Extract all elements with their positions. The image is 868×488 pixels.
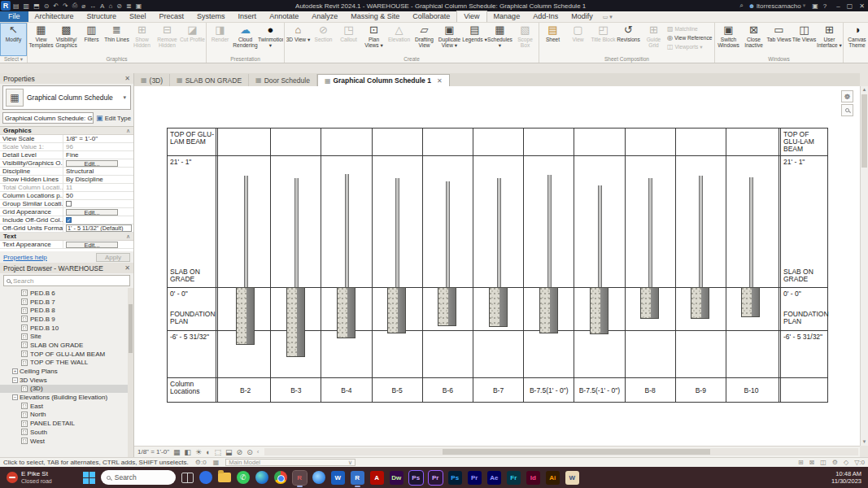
browser-item-ped-b-10[interactable]: PED.B 10: [0, 324, 133, 333]
ribbon-button-legends[interactable]: ▤Legends ▾: [462, 24, 487, 55]
browser-search-input[interactable]: Search: [3, 275, 130, 286]
ribbon-button-close-inactive[interactable]: ⊠Close Inactive: [741, 24, 766, 55]
ribbon-button-revisions[interactable]: ↺Revisions: [616, 24, 641, 55]
edit-type-button[interactable]: ▣ Edit Type: [96, 114, 131, 122]
browser-item-ped-b-7[interactable]: PED.B 7: [0, 298, 133, 307]
ribbon-button-cloud-rendering[interactable]: ☁Cloud Rendering ▾: [233, 24, 258, 55]
close-browser-icon[interactable]: ✕: [124, 264, 130, 272]
value-field[interactable]: 1' - 5 11/32" (Default): [66, 224, 132, 232]
taskbar-app-revit[interactable]: R: [351, 471, 364, 485]
browser-item-ped-b-8[interactable]: PED.B 8: [0, 306, 133, 315]
close-button[interactable]: ✕: [859, 2, 865, 10]
ribbon-button-switch-windows[interactable]: ▣Switch Windows ▾: [716, 24, 741, 55]
taskbar-app-word[interactable]: W: [331, 471, 345, 485]
ribbon-button-duplicate-view[interactable]: ▣Duplicate View ▾: [437, 24, 462, 55]
browser-item-3d-views[interactable]: −3D Views: [0, 376, 133, 385]
ribbon-tab-massing-site[interactable]: Massing & Site: [344, 11, 406, 22]
browser-item-site[interactable]: Site: [0, 332, 133, 341]
scroll-up-icon[interactable]: ▲: [861, 86, 868, 94]
ribbon-button-schedules[interactable]: ▦Schedules ▾: [487, 24, 513, 55]
ribbon-button-tile-views[interactable]: ◫Tile Views: [792, 24, 817, 55]
ribbon-tab-precast[interactable]: Precast: [153, 11, 191, 22]
ribbon-button-thin-lines[interactable]: ≣Thin Lines: [104, 24, 129, 55]
pier-graphic[interactable]: [337, 287, 355, 338]
browser-item-slab-on-grade[interactable]: SLAB ON GRADE: [0, 341, 133, 350]
ribbon-tab-view[interactable]: View: [456, 11, 486, 22]
column-graphic[interactable]: [446, 181, 450, 287]
view-tab-slab-on-grade[interactable]: ▦SLAB ON GRADE: [170, 74, 249, 86]
pier-graphic[interactable]: [489, 287, 508, 327]
restore-button[interactable]: ▢: [847, 2, 853, 10]
close-properties-icon[interactable]: ✕: [124, 75, 130, 82]
ribbon-state-toggle-icon[interactable]: ▭ ▾: [603, 14, 613, 22]
revit-app-menu-icon[interactable]: R: [1, 1, 11, 11]
browser-item-ped-b-9[interactable]: PED.B 9: [0, 315, 133, 324]
section-icon[interactable]: ⊘: [116, 2, 122, 10]
column-graphic[interactable]: [497, 178, 501, 287]
taskbar-app-indesign[interactable]: Id: [526, 471, 540, 485]
design-options-icon[interactable]: ▦: [213, 459, 220, 466]
taskbar-app-premiere[interactable]: Pr: [468, 471, 482, 485]
taskbar-app-word-classic[interactable]: W: [565, 471, 579, 485]
view-tab-door-schedule[interactable]: ▦Door Schedule: [249, 74, 317, 86]
property-section-graphics[interactable]: Graphics∧: [0, 127, 133, 135]
crop-region-icon[interactable]: ⬓: [225, 448, 233, 456]
pinned-select-icon[interactable]: ◫: [820, 459, 827, 466]
open-icon[interactable]: ▥: [24, 2, 30, 10]
ribbon-button-filters[interactable]: ▥Filters: [79, 24, 104, 55]
reveal-hidden-icon[interactable]: ⊙: [246, 448, 253, 456]
signed-in-user[interactable]: ☻ ltorrescamacho ▾: [748, 2, 808, 10]
temporary-hide-icon[interactable]: ⊘: [237, 448, 243, 456]
ribbon-button-modify[interactable]: ↖Modify: [1, 24, 26, 55]
checkbox[interactable]: ✓: [66, 217, 72, 223]
minimize-button[interactable]: –: [836, 2, 840, 10]
editable-only-icon[interactable]: ⊞: [798, 459, 804, 466]
expand-icon[interactable]: −: [12, 394, 18, 400]
pier-graphic[interactable]: [640, 287, 659, 319]
sync-icon[interactable]: ⊙: [44, 2, 50, 10]
edit-button[interactable]: Edit...: [66, 160, 118, 167]
ribbon-button-tab-views[interactable]: ▭Tab Views: [766, 24, 792, 55]
ribbon-tab-file[interactable]: File: [0, 11, 28, 22]
column-graphic[interactable]: [395, 178, 399, 287]
print-icon[interactable]: ⎙: [72, 2, 77, 10]
browser-item-east[interactable]: East: [0, 402, 133, 411]
pier-graphic[interactable]: [236, 287, 255, 345]
pier-graphic[interactable]: [286, 287, 305, 357]
checkbox[interactable]: [66, 201, 72, 207]
taskbar-search-input[interactable]: Search: [101, 470, 176, 485]
edge-icon[interactable]: [255, 471, 268, 484]
ribbon-tab-architecture[interactable]: Architecture: [28, 11, 81, 22]
ribbon-tab-systems[interactable]: Systems: [190, 11, 232, 22]
weather-widget[interactable]: E Pike St Closed road: [0, 470, 59, 485]
horizontal-scrollbar[interactable]: [264, 448, 858, 455]
text-icon[interactable]: A: [100, 2, 104, 10]
steering-wheel-icon[interactable]: ☸: [841, 90, 853, 102]
view-scale[interactable]: 1/8" = 1'-0": [137, 448, 169, 455]
browser-item-south[interactable]: South: [0, 428, 133, 437]
ribbon-button-3d-view[interactable]: ⌂3D View ▾: [286, 24, 311, 55]
browser-item-north[interactable]: North: [0, 411, 133, 420]
ribbon-button-drafting-view[interactable]: ▱Drafting View: [412, 24, 437, 55]
view-tab-3d[interactable]: ▦(3D): [134, 74, 170, 86]
column-graphic[interactable]: [294, 178, 299, 287]
edit-button[interactable]: Edit...: [66, 242, 118, 248]
save-icon[interactable]: ⬒: [33, 2, 40, 10]
detail-level-icon[interactable]: ▦: [173, 448, 181, 456]
taskbar-app-fresco[interactable]: Fr: [507, 471, 521, 485]
column-graphic[interactable]: [547, 175, 552, 287]
windows-start-button[interactable]: [83, 472, 95, 484]
view-tab-graphical-column-schedule-1[interactable]: ▦Graphical Column Schedule 1✕: [317, 74, 450, 86]
column-graphic[interactable]: [699, 176, 703, 287]
ribbon-button-view-reference[interactable]: ◎View Reference: [667, 34, 713, 41]
ribbon-button-user-interface[interactable]: ⊞User Interface ▾: [817, 24, 842, 55]
file-explorer-icon[interactable]: [218, 473, 231, 482]
type-selector[interactable]: ▦ Graphical Column Schedule ▾: [2, 85, 131, 110]
exclude-options-icon[interactable]: ⚙: [832, 459, 838, 466]
whatsapp-icon[interactable]: ✆: [237, 471, 250, 484]
default-3d-view-icon[interactable]: ⌂: [108, 2, 112, 10]
drawing-area[interactable]: TOP OF GLU-LAM BEAM 21' - 1" SLAB ON GRA…: [134, 86, 860, 446]
taskbar-app-premiere-classic[interactable]: Pr: [429, 471, 443, 485]
active-design-option-combo[interactable]: Main Model ∨: [225, 459, 355, 466]
pier-graphic[interactable]: [539, 287, 558, 333]
